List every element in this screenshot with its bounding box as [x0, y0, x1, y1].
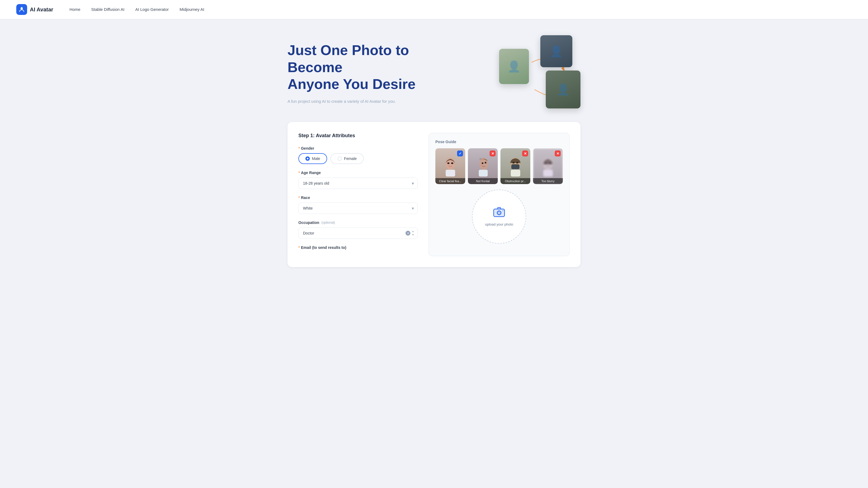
gender-male-radio[interactable] — [305, 156, 310, 161]
pose-face-svg-3 — [540, 156, 556, 176]
logo[interactable]: AI Avatar — [16, 4, 53, 15]
nav-item-home[interactable]: Home — [69, 7, 80, 12]
svg-rect-13 — [511, 164, 520, 169]
pose-item-2: ✕ Obstruction pr... — [500, 148, 530, 184]
svg-point-7 — [482, 162, 484, 164]
gender-female-option[interactable]: Female — [330, 153, 364, 164]
occupation-label: Occupation (optional) — [299, 220, 418, 225]
age-range-field-group: * Age Range 18-28 years old 29-39 years … — [299, 170, 418, 189]
email-field-group: * Email (to send results to) — [299, 246, 418, 250]
svg-point-6 — [479, 158, 488, 170]
pose-guide-title: Pose Guide — [435, 140, 563, 144]
pose-item-1: ✕ Not frontal — [468, 148, 498, 184]
pose-label-3: Too blurry — [533, 178, 563, 184]
gender-male-option[interactable]: Male — [299, 153, 327, 164]
camera-icon — [493, 207, 505, 220]
occupation-field-group: Occupation (optional) ✕ ▲ ▼ — [299, 220, 418, 239]
race-select[interactable]: White Asian Black Hispanic Other — [299, 202, 418, 214]
hero-subtitle: A fun project using AI to create a varie… — [287, 98, 450, 105]
hero-text: Just One Photo to Become Anyone You Desi… — [287, 42, 450, 104]
svg-point-4 — [451, 162, 453, 164]
svg-rect-5 — [446, 170, 455, 176]
main-content: Step 1: Avatar Attributes * Gender Male … — [271, 122, 597, 283]
pose-face-svg-1 — [475, 156, 490, 176]
nav-item-logo-generator[interactable]: AI Logo Generator — [135, 7, 169, 12]
logo-text: AI Avatar — [30, 6, 53, 13]
hero-image-top-right: 👤 — [540, 35, 572, 67]
pose-label-1: Not frontal — [468, 178, 498, 184]
occupation-clear-button[interactable]: ✕ — [405, 231, 410, 236]
pose-face-svg-0 — [443, 156, 458, 176]
age-range-select[interactable]: 18-28 years old 29-39 years old 40-50 ye… — [299, 177, 418, 189]
pose-badge-2: ✕ — [522, 151, 528, 156]
form-card: Step 1: Avatar Attributes * Gender Male … — [287, 122, 581, 267]
svg-point-23 — [502, 210, 503, 211]
pose-item-0: ✓ Clear facial fea... — [435, 148, 465, 184]
upload-area[interactable]: upload your photo — [472, 190, 526, 244]
age-range-label: * Age Range — [299, 170, 418, 175]
svg-rect-18 — [543, 170, 553, 176]
gender-field-group: * Gender Male Female — [299, 146, 418, 164]
pose-badge-0: ✓ — [457, 151, 463, 156]
race-label: * Race — [299, 195, 418, 200]
gender-radio-group: Male Female — [299, 153, 418, 164]
occupation-input-actions: ✕ ▲ ▼ — [405, 230, 414, 236]
svg-point-1 — [21, 7, 22, 8]
pose-guide-card: Pose Guide — [429, 133, 569, 256]
hero-images: 👤 👤 👤 — [499, 35, 581, 111]
race-field-group: * Race White Asian Black Hispanic Other … — [299, 195, 418, 214]
nav-item-stable-diffusion[interactable]: Stable Diffusion AI — [91, 7, 124, 12]
occupation-optional-tag: (optional) — [321, 221, 335, 225]
gender-label: * Gender — [299, 146, 418, 151]
step-title: Step 1: Avatar Attributes — [299, 133, 418, 138]
race-select-wrapper: White Asian Black Hispanic Other ▾ — [299, 202, 418, 214]
occupation-stepper-up[interactable]: ▲ — [411, 230, 414, 233]
svg-point-8 — [485, 162, 486, 163]
hero-image-main: 👤 — [499, 49, 529, 84]
hero-section: Just One Photo to Become Anyone You Desi… — [271, 19, 597, 122]
nav-item-midjourney[interactable]: Midjourney AI — [180, 7, 204, 12]
svg-rect-9 — [479, 170, 488, 176]
pose-examples-grid: ✓ Clear facial fea... — [435, 148, 563, 184]
occupation-stepper-down[interactable]: ▼ — [411, 233, 414, 236]
pose-face-svg-2 — [508, 156, 523, 176]
email-label: * Email (to send results to) — [299, 246, 418, 250]
form-right: Pose Guide — [429, 133, 569, 256]
pose-badge-1: ✕ — [490, 151, 496, 156]
upload-text: upload your photo — [485, 222, 513, 226]
svg-rect-14 — [511, 170, 520, 176]
hero-title: Just One Photo to Become Anyone You Desi… — [287, 42, 450, 93]
svg-point-3 — [447, 162, 450, 164]
gender-female-radio[interactable] — [337, 156, 342, 161]
pose-item-3: ✕ Too blurry — [533, 148, 563, 184]
occupation-input-wrapper: ✕ ▲ ▼ — [299, 227, 418, 239]
form-left: Step 1: Avatar Attributes * Gender Male … — [299, 133, 418, 256]
occupation-stepper: ▲ ▼ — [411, 230, 414, 236]
age-range-select-wrapper: 18-28 years old 29-39 years old 40-50 ye… — [299, 177, 418, 189]
pose-label-0: Clear facial fea... — [435, 178, 465, 184]
navigation: AI Avatar Home Stable Diffusion AI AI Lo… — [0, 0, 868, 19]
pose-badge-3: ✕ — [555, 151, 561, 156]
nav-links: Home Stable Diffusion AI AI Logo Generat… — [69, 7, 204, 12]
occupation-input[interactable] — [299, 227, 418, 239]
logo-icon — [16, 4, 27, 15]
pose-label-2: Obstruction pr... — [500, 178, 530, 184]
hero-image-bottom-right: 👤 — [546, 70, 581, 108]
